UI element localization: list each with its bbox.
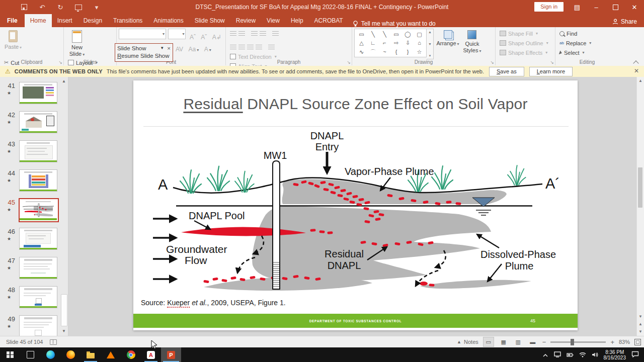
tab-design[interactable]: Design bbox=[78, 14, 108, 27]
find-button[interactable]: Find bbox=[558, 29, 592, 38]
shape-rounded-rect-icon[interactable]: ▢ bbox=[414, 30, 425, 38]
shape-rectangle-icon[interactable]: ▭ bbox=[390, 30, 402, 38]
minimize-button[interactable]: – bbox=[587, 0, 606, 14]
slide-thumbnail-41[interactable] bbox=[19, 82, 57, 104]
font-size-combobox[interactable]: ▾ bbox=[168, 29, 186, 39]
zoom-out-button[interactable]: − bbox=[542, 338, 546, 346]
scroll-up-icon[interactable]: ▲ bbox=[637, 78, 643, 84]
zoom-slider[interactable] bbox=[550, 341, 606, 343]
shape-star-icon[interactable]: ☆ bbox=[414, 48, 425, 56]
increase-indent-icon[interactable] bbox=[260, 31, 266, 36]
tab-transitions[interactable]: Transitions bbox=[108, 14, 148, 27]
collapse-ribbon-icon[interactable] bbox=[634, 60, 638, 64]
shape-fill-button[interactable]: Shape Fill▾ bbox=[499, 29, 549, 38]
shapes-scroll-down-icon[interactable]: ▼ bbox=[428, 42, 432, 46]
resume-slide-show-button[interactable]: Resume Slide Show bbox=[117, 53, 171, 59]
zoom-in-button[interactable]: + bbox=[610, 338, 614, 346]
shapes-more-icon[interactable]: ▾ bbox=[429, 54, 431, 58]
clear-formatting-button[interactable]: A↲ bbox=[211, 33, 223, 42]
paste-button[interactable]: Paste▾ bbox=[2, 29, 24, 58]
tray-volume-icon[interactable] bbox=[592, 350, 598, 359]
shape-arrow-down-icon[interactable]: ⇩ bbox=[402, 39, 414, 47]
taskbar-clock[interactable]: 8:36 PM8/16/2023 bbox=[604, 349, 626, 360]
share-button[interactable]: Share bbox=[612, 18, 637, 25]
task-view-button[interactable] bbox=[20, 347, 40, 362]
slide-thumbnail-49[interactable] bbox=[19, 315, 57, 337]
slideshow-view-button[interactable]: ▬ bbox=[528, 337, 538, 346]
shapes-grid[interactable]: ▭╲╲▭◯▢ △∟⌐⇨⇩⌂ ∿⌒~{}☆ bbox=[354, 29, 427, 57]
arrange-button[interactable]: Arrange▾ bbox=[436, 29, 460, 58]
chrome-taskbar-icon[interactable] bbox=[121, 347, 141, 362]
tray-display-icon[interactable] bbox=[554, 350, 561, 359]
tab-acrobat[interactable]: ACROBAT bbox=[309, 14, 349, 27]
zoom-slider-thumb[interactable] bbox=[571, 339, 574, 345]
tab-help[interactable]: Help bbox=[285, 14, 309, 27]
shapes-scroll-up-icon[interactable]: ▲ bbox=[428, 30, 432, 34]
thumbnail-scrollbar-thumb[interactable] bbox=[61, 294, 67, 326]
ribbon-display-options-icon[interactable]: ▤ bbox=[568, 0, 587, 14]
quick-styles-button[interactable]: QuickStyles▾ bbox=[462, 29, 482, 58]
paragraph-dialog-launcher-icon[interactable]: ↘ bbox=[347, 60, 351, 65]
save-as-button[interactable]: Save as bbox=[489, 67, 524, 76]
shape-brace-left-icon[interactable]: { bbox=[390, 48, 402, 56]
shape-scribble-icon[interactable]: ∿ bbox=[356, 48, 367, 56]
align-left-icon[interactable] bbox=[230, 45, 236, 50]
slide-area-scrollbar[interactable]: ▲ ▼ ▲ ▼ bbox=[636, 77, 644, 336]
spell-check-icon[interactable] bbox=[50, 339, 57, 345]
tab-home[interactable]: Home bbox=[25, 14, 52, 27]
new-slide-button[interactable]: NewSlide▾ bbox=[66, 29, 88, 58]
tray-battery-icon[interactable] bbox=[567, 350, 574, 359]
slide-canvas[interactable]: Residual DNAPL Source Zone Effect on Soi… bbox=[133, 80, 578, 330]
firefox-taskbar-icon[interactable] bbox=[60, 347, 80, 362]
popup-close-icon[interactable]: × bbox=[167, 45, 171, 51]
scroll-down-icon[interactable]: ▼ bbox=[637, 314, 643, 320]
replace-button[interactable]: abReplace▾ bbox=[558, 38, 592, 48]
next-slide-icon[interactable]: ▼ bbox=[637, 329, 643, 335]
tab-animations[interactable]: Animations bbox=[148, 14, 189, 27]
shape-pentagon-icon[interactable]: ⌂ bbox=[414, 39, 425, 47]
slide-thumbnail-45-selected[interactable] bbox=[19, 198, 59, 222]
align-center-icon[interactable] bbox=[238, 45, 245, 50]
start-button[interactable] bbox=[0, 347, 20, 362]
slide-thumbnail-48[interactable] bbox=[19, 286, 57, 308]
slide-thumbnail-47[interactable] bbox=[19, 257, 57, 279]
fit-slide-to-window-icon[interactable] bbox=[634, 339, 641, 345]
select-button[interactable]: Select▾ bbox=[558, 48, 592, 57]
shape-elbow2-icon[interactable]: ⌐ bbox=[379, 39, 390, 47]
tab-view[interactable]: View bbox=[261, 14, 285, 27]
sign-in-button[interactable]: Sign in bbox=[534, 2, 564, 12]
shrink-font-button[interactable]: Aˇ bbox=[199, 33, 208, 42]
thumbnail-scroll-up-icon[interactable]: ▲ bbox=[61, 78, 67, 84]
dnapl-diagram[interactable]: DNAPL Entry MW1 Vapor-Phase Plume A A´ D… bbox=[136, 128, 574, 297]
tab-insert[interactable]: Insert bbox=[52, 14, 78, 27]
source-citation[interactable]: Source: Kueper et al., 2009, USEPA, Figu… bbox=[141, 299, 286, 307]
notice-close-icon[interactable]: ✕ bbox=[634, 67, 639, 74]
shape-effects-button[interactable]: Shape Effects▾ bbox=[499, 48, 549, 57]
shape-curve-icon[interactable]: ~ bbox=[379, 48, 390, 56]
acrobat-taskbar-icon[interactable]: A bbox=[141, 347, 161, 362]
popup-dropdown-icon[interactable]: ▼ bbox=[160, 46, 164, 50]
change-case-button[interactable]: Aa▾ bbox=[187, 45, 201, 55]
grow-font-button[interactable]: Aˆ bbox=[188, 33, 197, 42]
bullets-icon[interactable] bbox=[230, 31, 236, 36]
shapes-gallery[interactable]: ▭╲╲▭◯▢ △∟⌐⇨⇩⌂ ∿⌒~{}☆ bbox=[354, 29, 427, 57]
decrease-indent-icon[interactable] bbox=[251, 31, 258, 36]
thumbnail-scroll-down-icon[interactable]: ▼ bbox=[61, 328, 67, 334]
numbering-icon[interactable] bbox=[238, 31, 245, 36]
shape-oval-icon[interactable]: ◯ bbox=[402, 30, 414, 38]
tray-wifi-icon[interactable] bbox=[579, 350, 586, 359]
slide-thumbnail-42[interactable] bbox=[19, 111, 57, 133]
slide-thumbnail-44[interactable] bbox=[19, 169, 57, 192]
previous-slide-icon[interactable]: ▲ bbox=[637, 321, 643, 327]
normal-view-button[interactable]: ▭ bbox=[483, 337, 494, 347]
close-button[interactable]: ✕ bbox=[625, 0, 644, 14]
scrollbar-thumb[interactable] bbox=[638, 167, 642, 208]
slide-thumbnail-43[interactable] bbox=[19, 140, 57, 162]
tab-slide-show[interactable]: Slide Show bbox=[189, 14, 230, 27]
shape-textbox-icon[interactable]: ▭ bbox=[356, 30, 367, 38]
slide-thumbnail-46[interactable] bbox=[19, 228, 57, 250]
reading-view-button[interactable]: ▥ bbox=[513, 337, 523, 346]
tab-file[interactable]: File bbox=[0, 14, 25, 27]
notes-button[interactable]: ▲Notes bbox=[457, 339, 478, 345]
shape-elbow-icon[interactable]: ∟ bbox=[367, 39, 379, 47]
